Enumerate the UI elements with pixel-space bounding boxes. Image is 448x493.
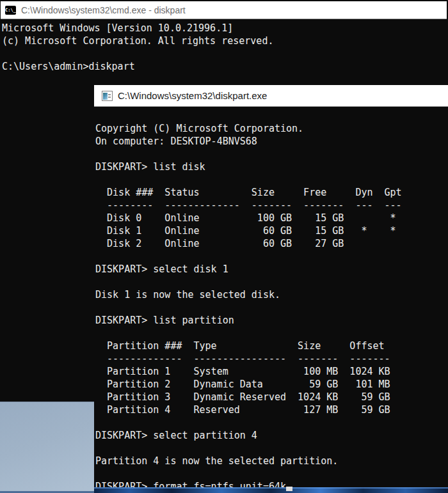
text-cursor bbox=[286, 487, 292, 491]
diskpart-window-titlebar[interactable]: C:\Windows\system32\diskpart.exe bbox=[94, 85, 448, 107]
screen: C:\_ C:\Windows\system32\cmd.exe - diskp… bbox=[0, 0, 448, 493]
cmd-window-titlebar[interactable]: C:\_ C:\Windows\system32\cmd.exe - diskp… bbox=[1, 1, 447, 19]
cmd-icon[interactable]: C:\_ bbox=[5, 6, 16, 15]
diskpart-window-title: C:\Windows\system32\diskpart.exe bbox=[118, 90, 267, 101]
cmd-window-title: C:\Windows\system32\cmd.exe - diskpart bbox=[21, 5, 186, 15]
desktop-background bbox=[0, 402, 94, 493]
cmd-terminal-output: Microsoft Windows [Version 10.0.21996.1]… bbox=[0, 19, 273, 73]
diskpart-icon[interactable] bbox=[102, 91, 113, 101]
diskpart-window: C:\Windows\system32\diskpart.exe Copyrig… bbox=[94, 85, 448, 487]
taskbar-strip bbox=[94, 487, 448, 493]
diskpart-terminal-output[interactable]: Copyright (C) Microsoft Corporation. On … bbox=[95, 107, 402, 487]
